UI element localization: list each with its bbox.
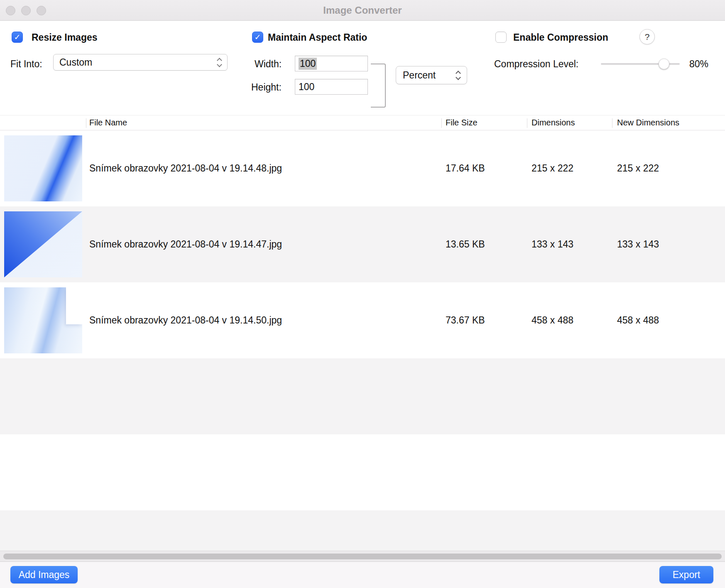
dimension-link-bracket (371, 64, 386, 108)
new-dimensions-cell: 458 x 488 (617, 282, 659, 358)
table-row[interactable]: Snímek obrazovky 2021-08-04 v 19.14.50.j… (0, 282, 725, 358)
export-button[interactable]: Export (659, 566, 713, 583)
dimensions-cell: 458 x 488 (532, 282, 573, 358)
height-input[interactable]: 100 (295, 79, 368, 95)
add-images-button[interactable]: Add Images (10, 566, 78, 583)
column-separator (527, 118, 527, 128)
unit-dropdown[interactable]: Percent (396, 66, 467, 84)
horizontal-scrollbar[interactable] (0, 551, 725, 561)
fit-into-value: Custom (59, 57, 214, 68)
title-bar: Image Converter (0, 0, 725, 21)
column-separator (86, 118, 86, 128)
checkmark-icon: ✓ (252, 32, 263, 42)
column-separator (441, 118, 442, 128)
column-header-dimensions[interactable]: Dimensions (532, 115, 575, 130)
chevron-up-down-icon (218, 59, 221, 66)
dimensions-cell: 215 x 222 (532, 130, 573, 206)
new-dimensions-cell: 133 x 143 (617, 206, 659, 282)
empty-row (0, 358, 725, 434)
question-mark-icon: ? (645, 32, 650, 42)
file-name-cell: Snímek obrazovky 2021-08-04 v 19.14.48.j… (89, 130, 282, 206)
fit-into-dropdown[interactable]: Custom (53, 54, 228, 71)
help-button[interactable]: ? (639, 29, 655, 44)
height-label: Height: (251, 81, 282, 93)
compression-level-label: Compression Level: (494, 58, 578, 70)
unit-value: Percent (403, 70, 453, 81)
column-separator (612, 118, 612, 128)
resize-images-label: Resize Images (32, 32, 98, 43)
maintain-aspect-ratio-label: Maintain Aspect Ratio (268, 32, 367, 43)
file-name-cell: Snímek obrazovky 2021-08-04 v 19.14.47.j… (89, 206, 282, 282)
new-dimensions-cell: 215 x 222 (617, 130, 659, 206)
fit-into-label: Fit Into: (10, 58, 42, 70)
file-size-cell: 17.64 KB (446, 130, 485, 206)
compression-slider-thumb[interactable] (659, 59, 669, 69)
empty-row (0, 434, 725, 510)
resize-images-checkbox[interactable]: ✓ (12, 32, 23, 43)
file-list: Snímek obrazovky 2021-08-04 v 19.14.48.j… (0, 130, 725, 551)
width-value: 100 (299, 58, 317, 70)
enable-compression-label: Enable Compression (513, 32, 608, 43)
width-input[interactable]: 100 (295, 56, 368, 71)
image-thumbnail (4, 287, 82, 353)
column-header-file-name[interactable]: File Name (89, 115, 127, 130)
image-thumbnail (4, 211, 82, 277)
file-name-cell: Snímek obrazovky 2021-08-04 v 19.14.50.j… (89, 282, 282, 358)
compression-level-slider[interactable] (601, 56, 680, 72)
window-title: Image Converter (0, 0, 725, 21)
enable-compression-checkbox[interactable] (495, 32, 507, 43)
image-thumbnail (4, 135, 82, 201)
file-size-cell: 73.67 KB (446, 282, 485, 358)
column-header-file-size[interactable]: File Size (446, 115, 478, 130)
chevron-up-down-icon (456, 71, 460, 79)
compression-level-value: 80% (689, 58, 708, 70)
checkmark-icon: ✓ (12, 32, 22, 42)
height-value: 100 (299, 81, 314, 93)
file-size-cell: 13.65 KB (446, 206, 485, 282)
empty-row (0, 510, 725, 551)
scrollbar-thumb[interactable] (3, 554, 722, 559)
app-window: Image Converter ✓ Resize Images Fit Into… (0, 0, 725, 588)
width-label: Width: (255, 58, 282, 70)
table-row[interactable]: Snímek obrazovky 2021-08-04 v 19.14.47.j… (0, 206, 725, 282)
maintain-aspect-ratio-checkbox[interactable]: ✓ (252, 32, 263, 43)
dimensions-cell: 133 x 143 (532, 206, 573, 282)
column-header-new-dimensions[interactable]: New Dimensions (617, 115, 679, 130)
table-header: File Name File Size Dimensions New Dimen… (0, 115, 725, 130)
controls-panel: ✓ Resize Images Fit Into: Custom ✓ Maint… (0, 21, 725, 115)
bottom-bar: Add Images Export (0, 561, 725, 588)
table-row[interactable]: Snímek obrazovky 2021-08-04 v 19.14.48.j… (0, 130, 725, 206)
